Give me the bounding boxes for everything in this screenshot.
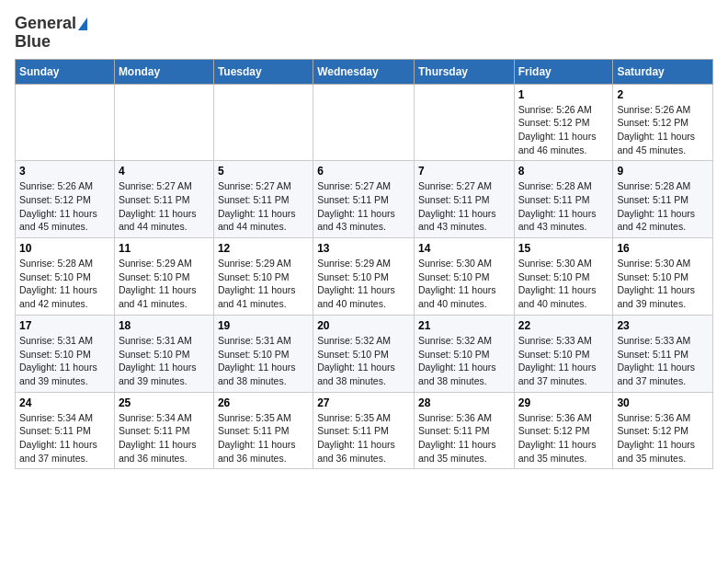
week-row-2: 3Sunrise: 5:26 AMSunset: 5:12 PMDaylight… [16, 161, 713, 238]
day-info: Sunrise: 5:31 AMSunset: 5:10 PMDaylight:… [218, 334, 309, 388]
day-info: Sunrise: 5:30 AMSunset: 5:10 PMDaylight:… [518, 257, 609, 311]
day-info: Sunrise: 5:29 AMSunset: 5:10 PMDaylight:… [218, 257, 309, 311]
day-number: 8 [518, 165, 609, 178]
calendar-cell: 5Sunrise: 5:27 AMSunset: 5:11 PMDaylight… [213, 161, 313, 238]
week-row-5: 24Sunrise: 5:34 AMSunset: 5:11 PMDayligh… [16, 392, 713, 469]
day-number: 9 [617, 165, 709, 178]
calendar-cell: 28Sunrise: 5:36 AMSunset: 5:11 PMDayligh… [414, 392, 514, 469]
calendar-cell: 29Sunrise: 5:36 AMSunset: 5:12 PMDayligh… [514, 392, 613, 469]
calendar-cell: 16Sunrise: 5:30 AMSunset: 5:10 PMDayligh… [613, 238, 713, 316]
calendar-header-friday: Friday [514, 59, 613, 84]
calendar-cell: 9Sunrise: 5:28 AMSunset: 5:11 PMDaylight… [613, 161, 713, 238]
calendar-cell: 26Sunrise: 5:35 AMSunset: 5:11 PMDayligh… [213, 392, 313, 469]
logo-text-general: General [15, 15, 76, 33]
calendar-cell [213, 84, 313, 161]
day-number: 12 [218, 242, 309, 255]
day-number: 26 [218, 396, 309, 409]
calendar-cell: 15Sunrise: 5:30 AMSunset: 5:10 PMDayligh… [514, 238, 613, 316]
calendar-cell: 27Sunrise: 5:35 AMSunset: 5:11 PMDayligh… [313, 392, 415, 469]
day-number: 16 [617, 242, 709, 255]
calendar-header-thursday: Thursday [414, 59, 514, 84]
day-number: 21 [418, 319, 510, 332]
day-number: 6 [317, 165, 410, 178]
logo-triangle-icon [78, 17, 87, 30]
calendar-cell: 2Sunrise: 5:26 AMSunset: 5:12 PMDaylight… [613, 84, 713, 161]
day-number: 17 [19, 319, 110, 332]
day-info: Sunrise: 5:35 AMSunset: 5:11 PMDaylight:… [317, 411, 410, 465]
calendar-cell: 12Sunrise: 5:29 AMSunset: 5:10 PMDayligh… [213, 238, 313, 316]
day-info: Sunrise: 5:32 AMSunset: 5:10 PMDaylight:… [317, 334, 410, 388]
calendar: SundayMondayTuesdayWednesdayThursdayFrid… [15, 59, 713, 470]
calendar-cell: 11Sunrise: 5:29 AMSunset: 5:10 PMDayligh… [114, 238, 213, 316]
calendar-cell: 14Sunrise: 5:30 AMSunset: 5:10 PMDayligh… [414, 238, 514, 316]
day-number: 22 [518, 319, 609, 332]
header: General Blue [15, 15, 713, 52]
day-info: Sunrise: 5:26 AMSunset: 5:12 PMDaylight:… [19, 179, 110, 234]
day-number: 24 [19, 396, 110, 409]
week-row-3: 10Sunrise: 5:28 AMSunset: 5:10 PMDayligh… [16, 238, 713, 316]
calendar-cell: 23Sunrise: 5:33 AMSunset: 5:11 PMDayligh… [613, 315, 713, 392]
calendar-header-wednesday: Wednesday [313, 59, 415, 84]
calendar-cell: 8Sunrise: 5:28 AMSunset: 5:11 PMDaylight… [514, 161, 613, 238]
day-info: Sunrise: 5:27 AMSunset: 5:11 PMDaylight:… [317, 179, 410, 234]
day-info: Sunrise: 5:36 AMSunset: 5:11 PMDaylight:… [418, 411, 510, 465]
day-info: Sunrise: 5:29 AMSunset: 5:10 PMDaylight:… [317, 257, 410, 311]
calendar-header-tuesday: Tuesday [213, 59, 313, 84]
calendar-cell [16, 84, 115, 161]
logo: General Blue [15, 15, 87, 52]
day-info: Sunrise: 5:33 AMSunset: 5:11 PMDaylight:… [617, 334, 709, 388]
calendar-cell: 24Sunrise: 5:34 AMSunset: 5:11 PMDayligh… [16, 392, 115, 469]
calendar-cell: 1Sunrise: 5:26 AMSunset: 5:12 PMDaylight… [514, 84, 613, 161]
calendar-header-row: SundayMondayTuesdayWednesdayThursdayFrid… [16, 59, 713, 84]
day-number: 20 [317, 319, 410, 332]
day-info: Sunrise: 5:27 AMSunset: 5:11 PMDaylight:… [218, 179, 309, 234]
day-info: Sunrise: 5:34 AMSunset: 5:11 PMDaylight:… [19, 411, 110, 465]
calendar-cell: 30Sunrise: 5:36 AMSunset: 5:12 PMDayligh… [613, 392, 713, 469]
calendar-cell [414, 84, 514, 161]
day-number: 19 [218, 319, 309, 332]
calendar-cell: 20Sunrise: 5:32 AMSunset: 5:10 PMDayligh… [313, 315, 415, 392]
day-info: Sunrise: 5:29 AMSunset: 5:10 PMDaylight:… [119, 257, 210, 311]
day-number: 27 [317, 396, 410, 409]
day-number: 5 [218, 165, 309, 178]
day-number: 23 [617, 319, 709, 332]
calendar-cell: 4Sunrise: 5:27 AMSunset: 5:11 PMDaylight… [114, 161, 213, 238]
day-number: 7 [418, 165, 510, 178]
day-number: 10 [19, 242, 110, 255]
day-info: Sunrise: 5:31 AMSunset: 5:10 PMDaylight:… [119, 334, 210, 388]
day-info: Sunrise: 5:27 AMSunset: 5:11 PMDaylight:… [119, 179, 210, 234]
calendar-cell: 10Sunrise: 5:28 AMSunset: 5:10 PMDayligh… [16, 238, 115, 316]
calendar-header-sunday: Sunday [16, 59, 115, 84]
day-number: 1 [518, 88, 609, 101]
day-info: Sunrise: 5:28 AMSunset: 5:11 PMDaylight:… [518, 179, 609, 234]
calendar-cell [313, 84, 415, 161]
day-info: Sunrise: 5:26 AMSunset: 5:12 PMDaylight:… [518, 103, 609, 157]
day-number: 11 [119, 242, 210, 255]
day-number: 18 [119, 319, 210, 332]
day-info: Sunrise: 5:33 AMSunset: 5:10 PMDaylight:… [518, 334, 609, 388]
day-info: Sunrise: 5:31 AMSunset: 5:10 PMDaylight:… [19, 334, 110, 388]
calendar-cell: 18Sunrise: 5:31 AMSunset: 5:10 PMDayligh… [114, 315, 213, 392]
calendar-header-monday: Monday [114, 59, 213, 84]
calendar-cell: 17Sunrise: 5:31 AMSunset: 5:10 PMDayligh… [16, 315, 115, 392]
day-info: Sunrise: 5:36 AMSunset: 5:12 PMDaylight:… [518, 411, 609, 465]
calendar-cell: 21Sunrise: 5:32 AMSunset: 5:10 PMDayligh… [414, 315, 514, 392]
day-number: 4 [119, 165, 210, 178]
calendar-body: 1Sunrise: 5:26 AMSunset: 5:12 PMDaylight… [16, 84, 713, 469]
day-info: Sunrise: 5:30 AMSunset: 5:10 PMDaylight:… [418, 257, 510, 311]
calendar-cell: 19Sunrise: 5:31 AMSunset: 5:10 PMDayligh… [213, 315, 313, 392]
calendar-cell: 22Sunrise: 5:33 AMSunset: 5:10 PMDayligh… [514, 315, 613, 392]
day-info: Sunrise: 5:28 AMSunset: 5:11 PMDaylight:… [617, 179, 709, 234]
calendar-cell: 7Sunrise: 5:27 AMSunset: 5:11 PMDaylight… [414, 161, 514, 238]
day-info: Sunrise: 5:32 AMSunset: 5:10 PMDaylight:… [418, 334, 510, 388]
day-info: Sunrise: 5:30 AMSunset: 5:10 PMDaylight:… [617, 257, 709, 311]
day-number: 29 [518, 396, 609, 409]
day-number: 25 [119, 396, 210, 409]
week-row-4: 17Sunrise: 5:31 AMSunset: 5:10 PMDayligh… [16, 315, 713, 392]
day-number: 14 [418, 242, 510, 255]
day-number: 2 [617, 88, 709, 101]
calendar-cell: 6Sunrise: 5:27 AMSunset: 5:11 PMDaylight… [313, 161, 415, 238]
day-number: 13 [317, 242, 410, 255]
calendar-cell: 3Sunrise: 5:26 AMSunset: 5:12 PMDaylight… [16, 161, 115, 238]
week-row-1: 1Sunrise: 5:26 AMSunset: 5:12 PMDaylight… [16, 84, 713, 161]
